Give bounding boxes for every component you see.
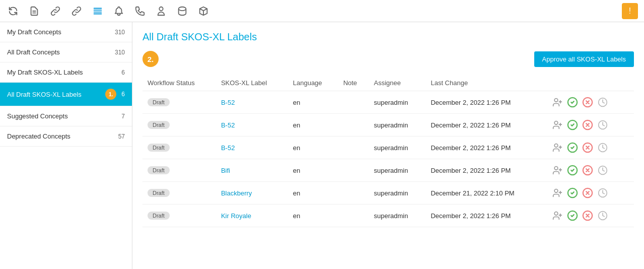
database2-icon[interactable] xyxy=(196,4,210,18)
cell-note xyxy=(338,91,369,114)
approve-icon[interactable] xyxy=(566,164,579,177)
cell-status: Draft xyxy=(142,114,216,137)
history-icon[interactable] xyxy=(596,96,609,109)
cell-language: en xyxy=(288,205,338,227)
cell-status: Draft xyxy=(142,159,216,182)
approve-icon[interactable] xyxy=(566,96,579,109)
approve-icon[interactable] xyxy=(566,118,579,131)
sidebar-item-my-draft-skos[interactable]: My Draft SKOS-XL Labels 6 xyxy=(0,62,132,83)
cell-last-change: December 2, 2022 1:26 PM xyxy=(425,205,546,227)
cell-actions xyxy=(546,91,634,114)
cell-actions xyxy=(546,182,634,205)
sidebar-item-deprecated-concepts[interactable]: Deprecated Concepts 57 xyxy=(0,126,132,147)
draft-badge: Draft xyxy=(148,121,170,129)
label-link[interactable]: Bifi xyxy=(221,167,230,174)
cell-label: B-52 xyxy=(216,91,288,114)
sidebar-item-all-draft-concepts[interactable]: All Draft Concepts 310 xyxy=(0,42,132,62)
approve-icon[interactable] xyxy=(566,186,579,199)
cell-language: en xyxy=(288,137,338,159)
col-workflow-status: Workflow Status xyxy=(142,75,216,91)
draft-badge: Draft xyxy=(148,166,170,174)
sidebar-item-count: 7 xyxy=(121,113,125,120)
svg-point-0 xyxy=(555,99,558,102)
sidebar-item-count: 57 xyxy=(118,133,125,140)
cell-assignee: superadmin xyxy=(369,182,426,205)
label-link[interactable]: B-52 xyxy=(221,99,235,106)
sidebar-item-count: 310 xyxy=(115,29,125,36)
svg-point-6 xyxy=(555,121,558,125)
cell-label: Bifi xyxy=(216,159,288,182)
content-area: All Draft SKOS-XL Labels 2. Approve all … xyxy=(132,22,644,269)
history-icon[interactable] xyxy=(596,209,609,222)
document-icon[interactable] xyxy=(27,4,41,18)
history-icon[interactable] xyxy=(596,118,609,131)
table-row: Draft Bifi en superadmin December 2, 202… xyxy=(142,159,634,182)
cell-language: en xyxy=(288,91,338,114)
approve-icon[interactable] xyxy=(566,209,579,222)
col-actions xyxy=(546,75,634,91)
approve-icon[interactable] xyxy=(566,141,579,154)
hierarchy-icon[interactable] xyxy=(133,4,147,18)
assign-icon[interactable] xyxy=(551,164,564,177)
page-title: All Draft SKOS-XL Labels xyxy=(142,31,634,43)
sidebar-item-label: Suggested Concepts xyxy=(7,112,68,120)
col-language: Language xyxy=(288,75,338,91)
cell-last-change: December 2, 2022 1:26 PM xyxy=(425,114,546,137)
reject-icon[interactable] xyxy=(581,141,594,154)
toolbar: ! xyxy=(0,0,644,22)
cell-assignee: superadmin xyxy=(369,114,426,137)
sidebar-item-label: My Draft Concepts xyxy=(7,28,61,36)
list-icon[interactable] xyxy=(91,4,105,18)
reject-icon[interactable] xyxy=(581,209,594,222)
col-assignee: Assignee xyxy=(369,75,426,91)
chain-icon[interactable] xyxy=(69,4,84,18)
col-note: Note xyxy=(338,75,369,91)
sidebar-badge: 1. xyxy=(105,89,116,100)
label-link[interactable]: Blackberry xyxy=(221,189,252,197)
link-b-icon[interactable] xyxy=(48,4,62,18)
person-icon[interactable] xyxy=(154,4,168,18)
label-link[interactable]: B-52 xyxy=(221,121,235,129)
sidebar-item-my-draft-concepts[interactable]: My Draft Concepts 310 xyxy=(0,22,132,42)
reject-icon[interactable] xyxy=(581,164,594,177)
cell-actions xyxy=(546,137,634,159)
sidebar-item-suggested-concepts[interactable]: Suggested Concepts 7 xyxy=(0,106,132,126)
cell-note xyxy=(338,137,369,159)
assign-icon[interactable] xyxy=(551,186,564,199)
cell-last-change: December 2, 2022 1:26 PM xyxy=(425,137,546,159)
bell-icon[interactable] xyxy=(112,4,126,18)
reject-icon[interactable] xyxy=(581,186,594,199)
sidebar-item-label: All Draft Concepts xyxy=(7,48,60,56)
label-link[interactable]: Kir Royale xyxy=(221,212,251,220)
col-last-change: Last Change xyxy=(425,75,546,91)
sidebar: My Draft Concepts 310 All Draft Concepts… xyxy=(0,22,132,269)
sidebar-item-label: All Draft SKOS-XL Labels xyxy=(7,91,82,98)
assign-icon[interactable] xyxy=(551,96,564,109)
cell-note xyxy=(338,159,369,182)
history-icon[interactable] xyxy=(596,164,609,177)
reject-icon[interactable] xyxy=(581,96,594,109)
alert-icon[interactable]: ! xyxy=(622,3,638,19)
label-link[interactable]: B-52 xyxy=(221,144,235,152)
refresh-icon[interactable] xyxy=(6,4,20,18)
cell-actions xyxy=(546,205,634,227)
svg-point-18 xyxy=(555,167,558,170)
sidebar-item-label: My Draft SKOS-XL Labels xyxy=(7,69,83,76)
top-bar: 2. Approve all SKOS-XL Labels xyxy=(142,51,634,67)
skos-table: Workflow Status SKOS-XL Label Language N… xyxy=(142,75,634,227)
reject-icon[interactable] xyxy=(581,118,594,131)
draft-badge: Draft xyxy=(148,189,170,197)
assign-icon[interactable] xyxy=(551,118,564,131)
assign-icon[interactable] xyxy=(551,209,564,222)
approve-all-button[interactable]: Approve all SKOS-XL Labels xyxy=(534,51,634,67)
sidebar-item-all-draft-skos[interactable]: All Draft SKOS-XL Labels 1. 6 xyxy=(0,83,132,106)
history-icon[interactable] xyxy=(596,186,609,199)
assign-icon[interactable] xyxy=(551,141,564,154)
cell-note xyxy=(338,182,369,205)
database-icon[interactable] xyxy=(175,4,189,18)
col-skos-label: SKOS-XL Label xyxy=(216,75,288,91)
cell-actions xyxy=(546,159,634,182)
history-icon[interactable] xyxy=(596,141,609,154)
cell-label: Kir Royale xyxy=(216,205,288,227)
cell-language: en xyxy=(288,182,338,205)
